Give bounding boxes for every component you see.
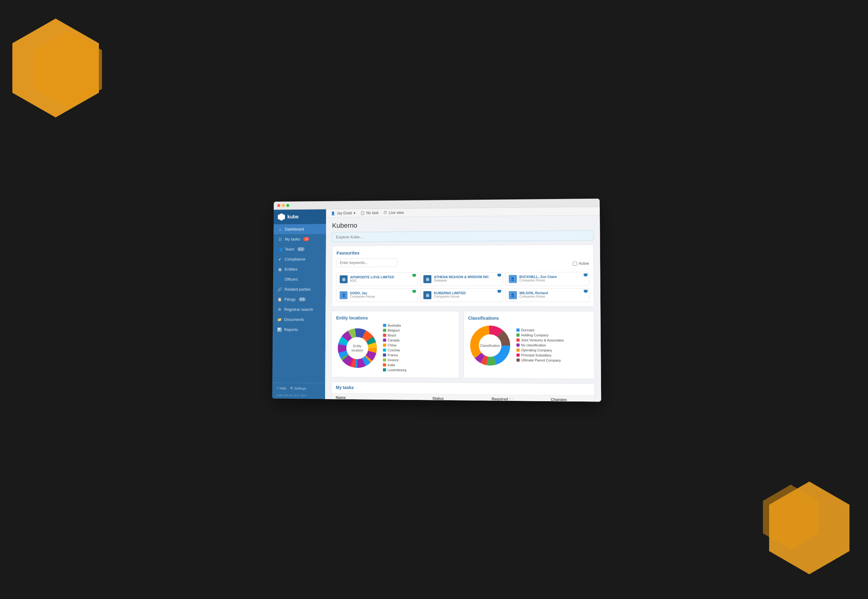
browser-dots <box>277 204 289 207</box>
logo-area[interactable]: kube <box>273 209 326 224</box>
fav-card-dodd[interactable]: 👤 DODD, Jay Companies House <box>336 288 417 302</box>
legend-item-operating: Operating Company <box>516 348 589 352</box>
live-view-button[interactable]: ⏱ Live view <box>383 211 404 215</box>
fav-sub-athena: Delaware <box>434 278 499 282</box>
sidebar: kube ⌂ Dashboard ☑ My tasks 10 👥 Team 1·… <box>272 209 326 399</box>
legend-label-joint: Joint Ventures & Associates <box>521 338 564 342</box>
legend-label-luxembourg: Luxembourg <box>387 368 406 372</box>
sidebar-item-my-tasks[interactable]: ☑ My tasks 10 <box>273 234 326 244</box>
task-selector[interactable]: 📋 No task <box>360 211 378 215</box>
sidebar-item-officers[interactable]: 👤 Officers <box>273 274 326 284</box>
sidebar-item-filings[interactable]: 📋 Filings 0·5 <box>273 294 326 304</box>
legend-label-brazil: Brazil <box>387 333 396 337</box>
col-name: Name <box>331 393 428 402</box>
minimize-button[interactable] <box>281 204 285 207</box>
sidebar-label-reports: Reports <box>284 327 297 332</box>
legend-dot-australia <box>383 324 386 327</box>
col-required: Required ↑ ↑ <box>487 394 546 402</box>
legend-label-operating: Operating Company <box>521 348 552 352</box>
maximize-button[interactable] <box>286 204 289 207</box>
entity-locations-legend: Australia Belgium Brazil <box>383 323 454 373</box>
settings-label: Settings <box>294 386 306 390</box>
fav-sub-wilson: Companies House <box>519 295 586 298</box>
sidebar-item-related-parties[interactable]: 🔗 Related parties <box>273 284 326 294</box>
fav-card-aphrodite[interactable]: ▦ APHRODITE LOVE LIMITED ASIC <box>336 272 417 286</box>
fav-icon-person1: 👤 <box>508 275 517 283</box>
classifications-center-label: Classification <box>480 343 500 348</box>
task-label: No task <box>366 211 378 215</box>
user-menu[interactable]: 👤 Jay Dodd ▾ <box>331 211 355 215</box>
legend-label-belgium: Belgium <box>387 328 400 332</box>
fav-name-kuberno: KUBERNO LIMITED <box>434 291 499 295</box>
fav-card-athena[interactable]: ▦ ATHENA REASON & WISDOM INC Delaware <box>420 272 502 286</box>
sidebar-item-team[interactable]: 👥 Team 1·1 <box>273 244 326 254</box>
filings-icon: 📋 <box>277 297 282 301</box>
fav-content-bucknell: BUCKNELL, Zoe Claire Companies House <box>519 274 586 282</box>
legend-label-holding: Holding Company <box>521 333 548 337</box>
fav-content-wilson: WILSON, Richard Companies House <box>519 291 586 298</box>
sidebar-item-registrar-search[interactable]: ⚙ Registrar search <box>273 304 325 315</box>
fav-content-kuberno: KUBERNO LIMITED Companies House <box>434 291 499 298</box>
active-checkbox[interactable] <box>573 262 577 265</box>
fav-name-dodd: DODD, Jay <box>350 291 414 295</box>
classifications-body: Classification Dormant Holding Company <box>468 324 590 368</box>
favourites-grid: ▦ APHRODITE LOVE LIMITED ASIC ▦ ATHENA R… <box>336 272 589 302</box>
tasks-icon: ☑ <box>278 237 282 241</box>
sidebar-label-related-parties: Related parties <box>284 287 311 292</box>
sidebar-item-compliance[interactable]: ✔ Compliance <box>273 254 326 264</box>
charts-row: Entity locations <box>331 311 595 379</box>
settings-button[interactable]: ⚙ Settings <box>290 386 306 390</box>
legend-dot-canada <box>383 339 386 342</box>
global-search-input[interactable] <box>332 230 593 242</box>
favourites-search[interactable] <box>336 258 397 267</box>
fav-card-bucknell[interactable]: 👤 BUCKNELL, Zoe Claire Companies House <box>505 272 589 286</box>
fav-icon-entity3: ▦ <box>423 291 431 299</box>
close-button[interactable] <box>277 204 280 207</box>
fav-name-wilson: WILSON, Richard <box>519 291 586 295</box>
legend-dot-principal <box>516 353 519 357</box>
legend-item-luxembourg: Luxembourg <box>383 368 454 372</box>
entities-icon: ▦ <box>277 267 282 271</box>
sidebar-item-entities[interactable]: ▦ Entities <box>273 264 326 274</box>
help-icon: ? <box>276 386 278 390</box>
main-content: 👤 Jay Dodd ▾ 📋 No task ⏱ Live view Kuber… <box>325 207 601 402</box>
legend-item-dormant: Dormant <box>516 328 589 332</box>
legend-label-principal: Principal Subsidiary <box>521 353 551 357</box>
legend-item-australia: Australia <box>383 323 454 327</box>
sidebar-label-dashboard: Dashboard <box>285 227 304 231</box>
fav-content-aphrodite: APHRODITE LOVE LIMITED ASIC <box>350 275 414 282</box>
browser-window: kube ⌂ Dashboard ☑ My tasks 10 👥 Team 1·… <box>272 199 601 402</box>
legend-label-ultimate: Ultimate Parent Company <box>521 358 561 362</box>
legend-dot-greece <box>383 358 386 361</box>
help-button[interactable]: ? Help <box>276 386 286 390</box>
legend-item-canada: Canada <box>383 338 454 342</box>
legend-item-no-class: No classification <box>516 343 589 347</box>
fav-card-kuberno[interactable]: ▦ KUBERNO LIMITED Companies House <box>420 288 503 302</box>
entity-locations-center-label: Entitylocation <box>351 343 363 352</box>
classifications-title: Classifications <box>468 316 589 321</box>
legend-dot-dormant <box>516 328 519 331</box>
favourites-title: Favourites <box>336 249 589 256</box>
sidebar-item-reports[interactable]: 📊 Reports <box>273 324 325 334</box>
page-header: Kuberno <box>326 215 600 232</box>
fav-icon-person3: 👤 <box>509 291 517 299</box>
legend-label-india: India <box>387 363 395 367</box>
fav-icon-entity: ▦ <box>339 275 348 283</box>
legend-dot-ultimate <box>516 358 519 361</box>
entity-locations-card: Entity locations <box>331 311 459 378</box>
legend-dot-czechia <box>383 348 386 351</box>
fav-sub-kuberno: Companies House <box>434 295 499 298</box>
sidebar-item-dashboard[interactable]: ⌂ Dashboard <box>273 224 326 234</box>
documents-icon: 📁 <box>277 317 282 321</box>
filings-badge: 0·5 <box>299 297 306 301</box>
classifications-donut: Classification <box>468 324 512 367</box>
sidebar-label-entities: Entities <box>284 267 297 271</box>
legend-item-holding: Holding Company <box>516 333 589 337</box>
active-filter[interactable]: Active <box>573 261 589 265</box>
fav-card-wilson[interactable]: 👤 WILSON, Richard Companies House <box>505 288 589 302</box>
legend-dot-holding <box>516 333 519 336</box>
active-label: Active <box>578 261 589 265</box>
legend-label-france: France <box>387 353 398 357</box>
fav-icon-entity2: ▦ <box>423 275 431 283</box>
sidebar-item-documents[interactable]: 📁 Documents <box>273 315 325 325</box>
